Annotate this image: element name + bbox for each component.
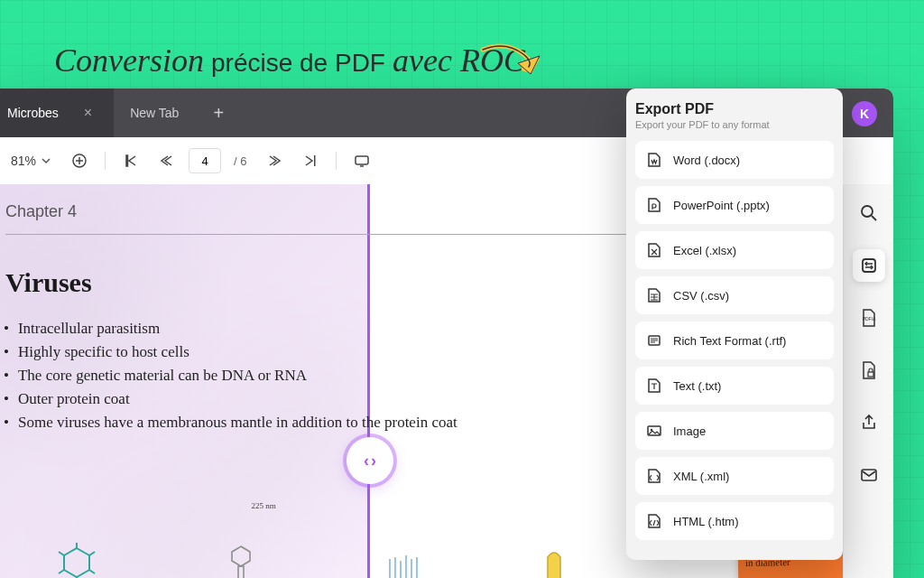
first-page-button[interactable] <box>116 146 145 175</box>
chevron-down-icon <box>42 156 51 165</box>
image-icon <box>646 423 662 439</box>
chevron-left-icon: ‹ <box>364 452 369 471</box>
phage-size-note: 225 nm <box>252 501 276 510</box>
tab-microbes[interactable]: Microbes × <box>0 89 114 137</box>
headline-part1: Conversion <box>54 42 204 79</box>
export-excel[interactable]: Excel (.xlsx) <box>635 231 834 269</box>
avatar[interactable]: K <box>852 101 877 126</box>
convert-button[interactable] <box>853 249 885 282</box>
tab-label: Microbes <box>7 106 59 120</box>
xml-icon <box>646 468 662 484</box>
svg-rect-11 <box>238 566 244 578</box>
export-powerpoint[interactable]: PowerPoint (.pptx) <box>635 186 834 224</box>
svg-point-23 <box>862 206 873 217</box>
page-number-input[interactable] <box>189 148 221 173</box>
compare-slider-handle[interactable]: ‹ › <box>346 437 393 484</box>
export-word[interactable]: Word (.docx) <box>635 141 834 179</box>
divider <box>336 152 337 170</box>
export-subtitle: Export your PDF to any format <box>635 119 834 130</box>
zoom-select[interactable]: 81% <box>4 150 58 172</box>
svg-line-8 <box>59 570 64 573</box>
export-text[interactable]: Text (.txt) <box>635 367 834 405</box>
mail-button[interactable] <box>853 459 885 491</box>
html-icon <box>646 513 662 529</box>
presentation-button[interactable] <box>347 146 376 175</box>
right-rail: PDF/A <box>843 184 893 578</box>
avatar-letter: K <box>860 107 869 121</box>
share-button[interactable] <box>853 406 885 439</box>
svg-line-24 <box>872 216 876 220</box>
add-tab-button[interactable]: + <box>200 103 236 124</box>
export-html[interactable]: HTML (.htm) <box>635 502 834 540</box>
next-page-button[interactable] <box>260 146 289 175</box>
marketing-headline: Conversion précise de PDF avec ROC <box>54 42 525 79</box>
pdfa-button[interactable]: PDF/A <box>853 302 885 334</box>
word-icon <box>646 152 662 168</box>
export-item-label: Rich Text Format (.rtf) <box>673 334 786 348</box>
powerpoint-icon <box>646 197 662 213</box>
export-xml[interactable]: XML (.xml) <box>635 457 834 495</box>
text-icon <box>646 378 662 394</box>
export-item-label: PowerPoint (.pptx) <box>673 199 770 212</box>
export-image[interactable]: Image <box>635 412 834 450</box>
svg-text:PDF/A: PDF/A <box>862 316 875 322</box>
svg-rect-29 <box>868 372 873 377</box>
export-item-label: Word (.docx) <box>673 154 740 167</box>
viroid-figure: Viroid <box>384 552 420 578</box>
headline-part2: précise de PDF <box>211 49 385 78</box>
svg-rect-2 <box>356 156 368 164</box>
svg-rect-30 <box>862 470 876 480</box>
csv-icon <box>646 287 662 303</box>
adenovirus-figure: Adenovirus 90 nm <box>56 543 98 578</box>
close-icon[interactable]: × <box>84 105 92 121</box>
zoom-value: 81% <box>11 154 36 168</box>
tab-new[interactable]: New Tab <box>114 89 200 137</box>
rtf-icon <box>646 332 662 349</box>
protect-button[interactable] <box>853 354 885 387</box>
export-title: Export PDF <box>635 101 834 117</box>
chevron-right-icon: › <box>371 452 376 471</box>
export-item-label: XML (.xml) <box>673 470 729 483</box>
zoom-in-button[interactable] <box>65 146 94 175</box>
tab-label: New Tab <box>130 106 179 120</box>
last-page-button[interactable] <box>296 146 325 175</box>
export-item-label: Image <box>673 424 706 438</box>
export-item-label: Excel (.xlsx) <box>673 244 736 257</box>
arrow-doodle-icon <box>478 36 550 85</box>
export-csv[interactable]: CSV (.csv) <box>635 276 834 314</box>
svg-marker-3 <box>64 548 89 577</box>
export-panel: Export PDF Export your PDF to any format… <box>626 89 843 560</box>
export-item-label: CSV (.csv) <box>673 289 729 303</box>
excel-icon <box>646 242 662 258</box>
search-button[interactable] <box>853 197 885 229</box>
export-item-label: Text (.txt) <box>673 379 721 393</box>
rabies-figure: Rabies virus <box>531 548 577 578</box>
prev-page-button[interactable] <box>152 146 181 175</box>
svg-line-5 <box>89 552 95 555</box>
bacteriophage-figure: 225 nm Bacteriophage T4 <box>209 545 273 578</box>
svg-line-6 <box>89 570 95 573</box>
svg-marker-10 <box>232 546 250 566</box>
svg-line-9 <box>59 552 64 555</box>
export-item-label: HTML (.htm) <box>673 515 738 528</box>
export-rtf[interactable]: Rich Text Format (.rtf) <box>635 322 834 359</box>
page-total: / 6 <box>234 154 246 168</box>
svg-rect-25 <box>863 259 875 272</box>
divider <box>105 152 106 170</box>
